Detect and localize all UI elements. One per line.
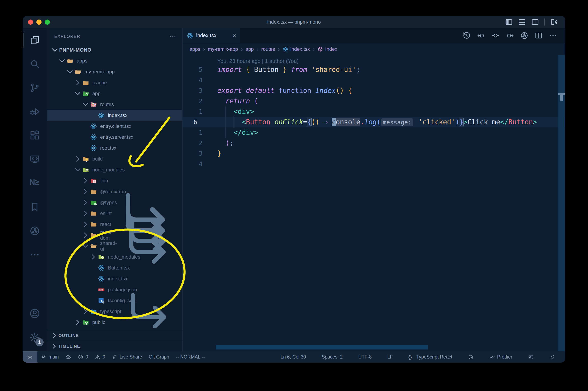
- tree-item-index.tsx[interactable]: index.tsx: [47, 273, 182, 284]
- tree-item-label: shared-ui: [100, 240, 119, 252]
- status-remote-indicator[interactable]: [23, 351, 37, 363]
- split-editor-button[interactable]: [535, 31, 543, 40]
- toggle-panel-button[interactable]: [518, 18, 526, 26]
- breadcrumb-item-app[interactable]: app: [245, 46, 254, 52]
- code-line[interactable]: 2 return (: [183, 96, 565, 106]
- code-line[interactable]: 2 );: [183, 138, 565, 148]
- tree-item-my-remix-app[interactable]: my-remix-app: [47, 66, 182, 77]
- status-encoding[interactable]: UTF-8: [355, 354, 375, 360]
- activity-bar-explorer[interactable]: [23, 28, 47, 52]
- code-line[interactable]: 1 <div>: [183, 106, 565, 117]
- tree-item-.cache[interactable]: .cache: [47, 77, 182, 88]
- chevron-down-icon: [58, 56, 67, 65]
- status-cursor-position[interactable]: Ln 6, Col 30: [277, 354, 309, 360]
- code-editor[interactable]: You, 23 hours ago | 1 author (You)5impor…: [183, 55, 565, 351]
- toggle-secondary-sidebar-button[interactable]: [531, 18, 539, 26]
- folder-open-tan: [74, 68, 81, 75]
- code-line[interactable]: 3}: [183, 148, 565, 159]
- code-line-text: <div>: [217, 107, 254, 115]
- git-graph-view-button[interactable]: [520, 31, 528, 40]
- code-line[interactable]: 6 <Button onClick={() ⇒ console.log(mess…: [183, 117, 565, 127]
- customize-layout-button[interactable]: [550, 18, 558, 26]
- folder-tan: [82, 79, 89, 86]
- status-problems-warnings[interactable]: 0: [92, 351, 108, 363]
- status-feedback[interactable]: [525, 354, 537, 360]
- line-number: 3: [183, 150, 217, 157]
- horizontal-scrollbar[interactable]: [216, 345, 428, 349]
- timeline-history-button[interactable]: [463, 31, 471, 40]
- activity-bar-additional-views[interactable]: [23, 243, 47, 267]
- status-prettier[interactable]: Prettier: [486, 354, 516, 360]
- nav-forward-button[interactable]: [506, 31, 514, 40]
- activity-bar-search[interactable]: [23, 52, 47, 76]
- title-bar: index.tsx — pnpm-mono: [23, 16, 565, 28]
- vertical-scrollbar[interactable]: [558, 55, 565, 351]
- activity-bar: N≥1: [23, 28, 47, 351]
- explorer-more-actions-button[interactable]: [169, 33, 176, 40]
- status-git-graph-status[interactable]: Git Graph: [145, 351, 173, 363]
- breadcrumb-item-routes[interactable]: routes: [261, 46, 275, 52]
- nav-back-button[interactable]: [477, 31, 485, 40]
- tree-item-routes[interactable]: routes: [47, 99, 182, 110]
- tree-root-pnpm-mono[interactable]: PNPM-MONO: [47, 44, 182, 55]
- chevron-right-icon: [89, 252, 98, 262]
- breadcrumb-item-Index[interactable]: Index: [317, 46, 337, 52]
- activity-bar-remote-explorer[interactable]: [23, 147, 47, 171]
- activity-bar-run-and-debug[interactable]: [23, 100, 47, 123]
- tree-item-index.tsx[interactable]: index.tsx: [47, 110, 182, 121]
- status-live-share[interactable]: Live Share: [108, 351, 145, 363]
- tree-item-typescript[interactable]: TStypescript: [47, 306, 182, 317]
- more-actions-button[interactable]: [549, 31, 557, 40]
- tree-item-entry.server.tsx[interactable]: entry.server.tsx: [47, 132, 182, 142]
- branch-icon: [41, 354, 46, 360]
- status-vim-mode[interactable]: -- NORMAL --: [173, 351, 208, 363]
- status-git-branch[interactable]: main: [37, 351, 62, 363]
- code-line[interactable]: 4: [183, 75, 565, 85]
- status-copilot[interactable]: [465, 354, 477, 360]
- activity-bar-nx-console[interactable]: N≥: [23, 171, 47, 195]
- nav-current-button[interactable]: [491, 31, 499, 40]
- tree-item-build[interactable]: build: [47, 153, 182, 164]
- breadcrumb: apps›my-remix-app›app›routes›index.tsx›I…: [183, 43, 565, 55]
- activity-bar-extensions[interactable]: [23, 123, 47, 147]
- folder-tan: [90, 210, 97, 217]
- editor-toolbar: [463, 28, 565, 43]
- sidebar-section-timeline[interactable]: TIMELINE: [47, 341, 182, 351]
- tree-item-node_modules[interactable]: JSnode_modules: [47, 164, 182, 175]
- activity-bar-bookmarks[interactable]: [23, 195, 47, 219]
- tree-item-entry.client.tsx[interactable]: entry.client.tsx: [47, 121, 182, 132]
- code-line[interactable]: 5import { Button } from 'shared-ui';: [183, 64, 565, 75]
- tree-item-shared-ui[interactable]: shared-ui: [47, 241, 182, 251]
- breadcrumb-item-index.tsx[interactable]: index.tsx: [283, 46, 310, 52]
- activity-bar-git-graph[interactable]: [23, 219, 47, 243]
- line-number: 1: [183, 108, 217, 115]
- files-icon: [29, 35, 40, 45]
- tree-item-label: node_modules: [108, 254, 140, 260]
- activity-bar-accounts[interactable]: [23, 301, 47, 325]
- tree-item-label: @types: [100, 199, 117, 205]
- breadcrumb-item-apps[interactable]: apps: [190, 46, 200, 52]
- sidebar-section-outline[interactable]: OUTLINE: [47, 330, 182, 341]
- window-title: index.tsx — pnpm-mono: [23, 19, 565, 25]
- close-tab-icon[interactable]: ×: [232, 32, 236, 39]
- status-problems-errors[interactable]: 0: [74, 351, 92, 363]
- status-sync-changes[interactable]: [62, 351, 74, 363]
- tree-item-apps[interactable]: apps: [47, 55, 182, 66]
- tree-item-app[interactable]: app: [47, 88, 182, 99]
- code-line[interactable]: 4: [183, 159, 565, 169]
- activity-bar-source-control[interactable]: [23, 76, 47, 100]
- activity-bar-settings[interactable]: 1: [23, 325, 47, 349]
- tree-item-root.tsx[interactable]: root.tsx: [47, 142, 182, 153]
- gitgraph-circle-icon: [29, 225, 40, 236]
- tab-index-tsx[interactable]: index.tsx ×: [183, 28, 240, 43]
- status-eol[interactable]: LF: [384, 354, 396, 360]
- toggle-primary-sidebar-button[interactable]: [505, 18, 513, 26]
- breadcrumb-separator: ›: [257, 46, 258, 52]
- breadcrumb-item-my-remix-app[interactable]: my-remix-app: [208, 46, 238, 52]
- code-line[interactable]: 1 </div>: [183, 127, 565, 138]
- status-indentation[interactable]: Spaces: 2: [318, 354, 346, 360]
- status-notifications[interactable]: [546, 354, 558, 360]
- status-language-mode[interactable]: {}TypeScript React: [405, 354, 456, 360]
- tree-item-label: typescript: [100, 308, 121, 314]
- code-line[interactable]: 3export default function Index() {: [183, 85, 565, 96]
